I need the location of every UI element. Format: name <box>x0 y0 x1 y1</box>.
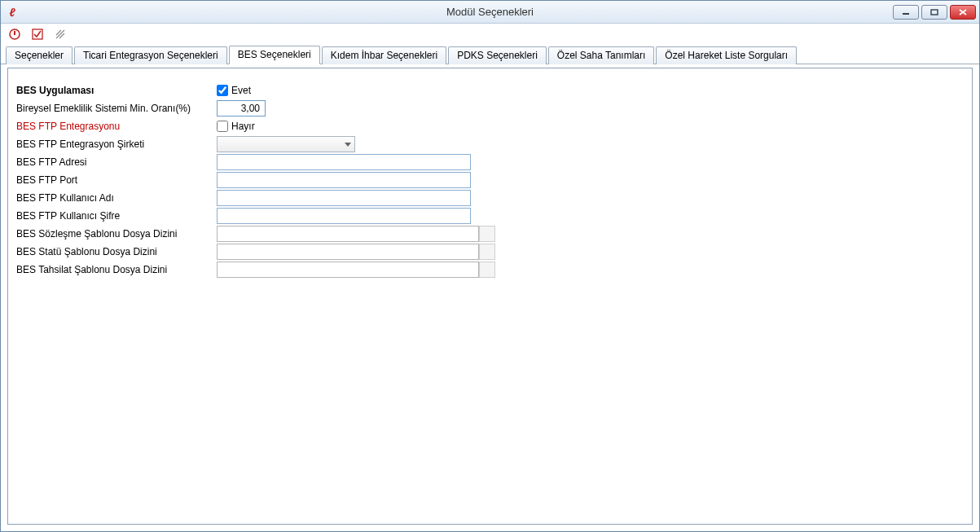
svg-rect-4 <box>33 29 42 39</box>
input-sozlesme-dir[interactable] <box>217 226 479 242</box>
modul-secenekleri-window: ℓ Modül Seçenekleri Seçenekler Ticari <box>0 0 980 532</box>
label-ftp-pass: BES FTP Kullanıcı Şifre <box>16 210 217 222</box>
input-ftp-pass[interactable] <box>217 208 471 224</box>
input-ftp-adres[interactable] <box>217 154 471 170</box>
window-title: Modül Seçenekleri <box>1 6 979 18</box>
close-button[interactable] <box>950 5 976 20</box>
checkbox-hayir[interactable]: Hayır <box>217 121 255 132</box>
tab-bes-secenekleri[interactable]: BES Seçenekleri <box>229 46 320 64</box>
tab-secenekler[interactable]: Seçenekler <box>6 46 73 64</box>
label-ftp-user: BES FTP Kullanıcı Adı <box>16 192 217 204</box>
input-statu-dir[interactable] <box>217 244 479 260</box>
toolbar-btn-1[interactable] <box>6 25 24 43</box>
toolbar-btn-3[interactable] <box>51 25 69 43</box>
label-ftp-port: BES FTP Port <box>16 174 217 186</box>
toolbar-btn-2[interactable] <box>29 25 46 43</box>
browse-statu-dir[interactable] <box>479 244 495 260</box>
tab-ozel-saha[interactable]: Özel Saha Tanımları <box>548 46 655 64</box>
app-icon: ℓ <box>5 5 20 20</box>
titlebar: ℓ Modül Seçenekleri <box>1 1 979 24</box>
tab-ticari-entegrasyon[interactable]: Ticari Entegrasyon Seçenekleri <box>74 46 227 64</box>
label-sozlesme-dir: BES Sözleşme Şablonu Dosya Dizini <box>16 228 217 240</box>
input-min-oran[interactable] <box>217 100 266 117</box>
tab-kidem-ihbar[interactable]: Kıdem İhbar Seçenekleri <box>322 46 446 64</box>
checkbox-evet[interactable]: Evet <box>217 85 251 96</box>
input-ftp-user[interactable] <box>217 190 471 206</box>
checkbox-evet-input[interactable] <box>217 85 228 96</box>
maximize-button[interactable] <box>921 5 947 20</box>
tab-ozel-hareket[interactable]: Özel Hareket Liste Sorguları <box>656 46 797 64</box>
content-panel: BES Uygulaması Evet Bireysel Emeklilik S… <box>7 68 973 525</box>
input-ftp-port[interactable] <box>217 172 471 188</box>
window-controls <box>893 5 979 20</box>
tabstrip: Seçenekler Ticari Entegrasyon Seçenekler… <box>1 45 979 64</box>
svg-rect-0 <box>903 13 909 15</box>
input-tahsilat-dir[interactable] <box>217 262 479 278</box>
label-bes-uygulamasi: BES Uygulaması <box>16 85 217 96</box>
svg-rect-1 <box>931 10 938 15</box>
dropdown-ftp-sirket[interactable] <box>217 136 355 152</box>
browse-tahsilat-dir[interactable] <box>479 262 495 278</box>
minimize-button[interactable] <box>893 5 919 20</box>
checkbox-hayir-label: Hayır <box>231 121 255 132</box>
tab-pdks[interactable]: PDKS Seçenekleri <box>448 46 547 64</box>
label-ftp-sirket: BES FTP Entegrasyon Şirketi <box>16 138 217 150</box>
svg-rect-3 <box>14 31 15 35</box>
checkbox-evet-label: Evet <box>231 85 251 96</box>
label-statu-dir: BES Statü Şablonu Dosya Dizini <box>16 246 217 257</box>
label-min-oran: Bireysel Emeklilik Sistemi Min. Oranı(%) <box>16 103 217 114</box>
label-tahsilat-dir: BES Tahsilat Şablonu Dosya Dizini <box>16 264 217 275</box>
toolbar <box>1 24 979 45</box>
checkbox-hayir-input[interactable] <box>217 121 228 132</box>
label-ftp-adres: BES FTP Adresi <box>16 156 217 168</box>
browse-sozlesme-dir[interactable] <box>479 226 495 242</box>
label-ftp-entegrasyonu: BES FTP Entegrasyonu <box>16 121 217 132</box>
